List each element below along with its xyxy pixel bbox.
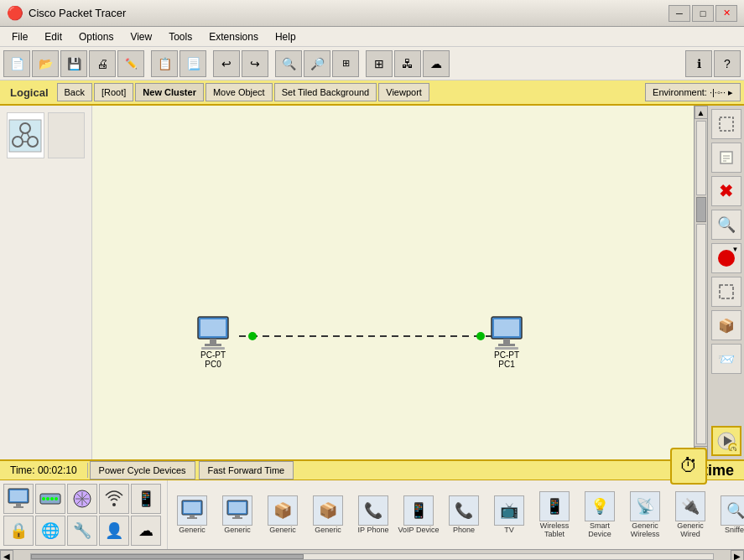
- palette-button[interactable]: ⊞: [366, 50, 393, 77]
- menu-view[interactable]: View: [122, 29, 160, 44]
- maximize-button[interactable]: □: [692, 5, 714, 22]
- device-wireless-tablet[interactable]: 📱 WirelessTablet: [533, 491, 575, 538]
- category-pc[interactable]: [3, 484, 34, 514]
- select-tool-button[interactable]: [711, 109, 741, 139]
- menu-file[interactable]: File: [3, 29, 36, 44]
- fast-forward-button[interactable]: Fast Forward Time: [199, 461, 294, 480]
- cloud-button[interactable]: ☁: [423, 50, 450, 77]
- play-button[interactable]: ◷: [711, 426, 741, 456]
- dashed-select-button[interactable]: [711, 277, 741, 307]
- pc1-label1: PC-PT: [494, 350, 519, 360]
- category-security[interactable]: 🔒: [3, 516, 34, 546]
- svg-rect-0: [9, 120, 41, 152]
- package-button2[interactable]: 📨: [711, 344, 741, 374]
- h-scroll-thumb[interactable]: [31, 554, 304, 559]
- category-custom[interactable]: 🔧: [67, 516, 97, 546]
- package-button1[interactable]: 📦: [711, 310, 741, 340]
- clock-area[interactable]: ⏱: [670, 448, 707, 485]
- device-voip[interactable]: 📱 VoIP Device: [398, 495, 440, 534]
- paste-button[interactable]: 📃: [179, 50, 206, 77]
- note-button[interactable]: [711, 143, 741, 173]
- device-label-generic3: Generic: [269, 526, 296, 534]
- cluster-icon-button[interactable]: [7, 112, 44, 158]
- category-router[interactable]: [67, 484, 97, 514]
- minimize-button[interactable]: ─: [669, 5, 690, 22]
- category-cloud[interactable]: ☁: [131, 516, 161, 546]
- svg-rect-18: [498, 344, 515, 346]
- info-button[interactable]: ℹ: [685, 50, 712, 77]
- device-label-tv: TV: [504, 526, 514, 534]
- device-generic4[interactable]: 📦 Generic: [307, 495, 349, 534]
- move-object-button[interactable]: Move Object: [206, 83, 273, 101]
- category-mobile[interactable]: 📱: [131, 484, 161, 514]
- device-phone[interactable]: 📞 Phone: [443, 495, 485, 534]
- category-switch[interactable]: [35, 484, 65, 514]
- back-button[interactable]: Back: [57, 83, 92, 101]
- scroll-left-arrow[interactable]: ◀: [0, 550, 13, 561]
- title-bar-left: 🔴 Cisco Packet Tracer: [7, 5, 126, 21]
- magnify-button[interactable]: 🔍: [711, 210, 741, 240]
- device-sniffer[interactable]: 🔍 Sniffer: [715, 495, 744, 534]
- set-tiled-bg-button[interactable]: Set Tiled Background: [274, 83, 377, 101]
- edit-button[interactable]: ✏️: [117, 50, 144, 77]
- svg-rect-17: [503, 339, 510, 344]
- zoom-out-button[interactable]: 🔎: [304, 50, 330, 77]
- pc0-label1: PC-PT: [200, 350, 226, 360]
- menu-tools[interactable]: Tools: [160, 29, 200, 44]
- copy-button[interactable]: 📋: [151, 50, 178, 77]
- environment-button[interactable]: Environment: ·|·◦·· ▸: [645, 83, 741, 101]
- vertical-scrollbar[interactable]: ▲ ▼: [694, 106, 707, 459]
- menu-edit[interactable]: Edit: [36, 29, 70, 44]
- cluster-empty-button[interactable]: [48, 112, 86, 158]
- title-bar: 🔴 Cisco Packet Tracer ─ □ ✕: [0, 0, 744, 27]
- red-dot-button[interactable]: ▼: [711, 243, 741, 273]
- menu-extensions[interactable]: Extensions: [200, 29, 267, 44]
- close-button[interactable]: ✕: [715, 5, 737, 22]
- scroll-right-arrow[interactable]: ▶: [731, 550, 744, 561]
- new-button[interactable]: 📄: [3, 50, 30, 77]
- delete-button[interactable]: ✖: [711, 176, 741, 206]
- connection-svg: [92, 106, 707, 459]
- root-button[interactable]: [Root]: [94, 83, 133, 101]
- device-label-generic-wireless: GenericWireless: [631, 521, 660, 538]
- device-generic-wireless[interactable]: 📡 GenericWireless: [624, 491, 666, 538]
- h-scroll-track[interactable]: [30, 553, 714, 560]
- power-cycle-button[interactable]: Power Cycle Devices: [90, 461, 195, 480]
- category-wan[interactable]: 🌐: [35, 516, 65, 546]
- new-cluster-button[interactable]: New Cluster: [135, 83, 204, 101]
- save-button[interactable]: 💾: [60, 50, 87, 77]
- category-multiuser[interactable]: 👤: [99, 516, 129, 546]
- svg-rect-30: [10, 490, 27, 501]
- pc1-node[interactable]: PC-PT PC1: [486, 315, 527, 369]
- device-tv[interactable]: 📺 TV: [488, 495, 530, 534]
- device-generic2[interactable]: Generic: [216, 495, 258, 534]
- redo-button[interactable]: ↪: [242, 50, 268, 77]
- device-smart-device[interactable]: 💡 SmartDevice: [579, 491, 621, 538]
- scroll-up-arrow[interactable]: ▲: [695, 106, 708, 119]
- title-bar-title: Cisco Packet Tracer: [29, 7, 126, 19]
- device-icon-phone: 📞: [449, 495, 479, 526]
- device-generic-wired[interactable]: 🔌 GenericWired: [669, 491, 711, 538]
- pc0-node[interactable]: PC-PT PC0: [193, 315, 233, 369]
- main-area: PC-PT PC0 PC-PT PC1 ▲ ▼: [0, 106, 744, 459]
- print-button[interactable]: 🖨: [89, 50, 116, 77]
- canvas-area[interactable]: PC-PT PC0 PC-PT PC1 ▲ ▼: [92, 106, 707, 459]
- cluster-icon-area: [0, 106, 91, 165]
- horizontal-scrollbar[interactable]: ◀ ▶: [0, 549, 744, 560]
- device-generic1[interactable]: Generic: [171, 495, 213, 534]
- zoom-in-button[interactable]: 🔍: [275, 50, 302, 77]
- open-button[interactable]: 📂: [32, 50, 59, 77]
- v-scroll-thumb[interactable]: [696, 197, 706, 222]
- device-generic3[interactable]: 📦 Generic: [262, 495, 304, 534]
- menu-help[interactable]: Help: [267, 29, 304, 44]
- category-wireless[interactable]: [99, 484, 129, 514]
- title-bar-controls: ─ □ ✕: [669, 5, 737, 22]
- device-ip-phone[interactable]: 📞 IP Phone: [352, 495, 394, 534]
- viewport-button[interactable]: Viewport: [378, 83, 429, 101]
- menu-options[interactable]: Options: [70, 29, 122, 44]
- undo-button[interactable]: ↩: [213, 50, 240, 77]
- help-button[interactable]: ?: [714, 50, 741, 77]
- zoom-fit-button[interactable]: ⊞: [332, 50, 359, 77]
- pc0-label2: PC0: [205, 360, 221, 369]
- network-button[interactable]: 🖧: [394, 50, 421, 77]
